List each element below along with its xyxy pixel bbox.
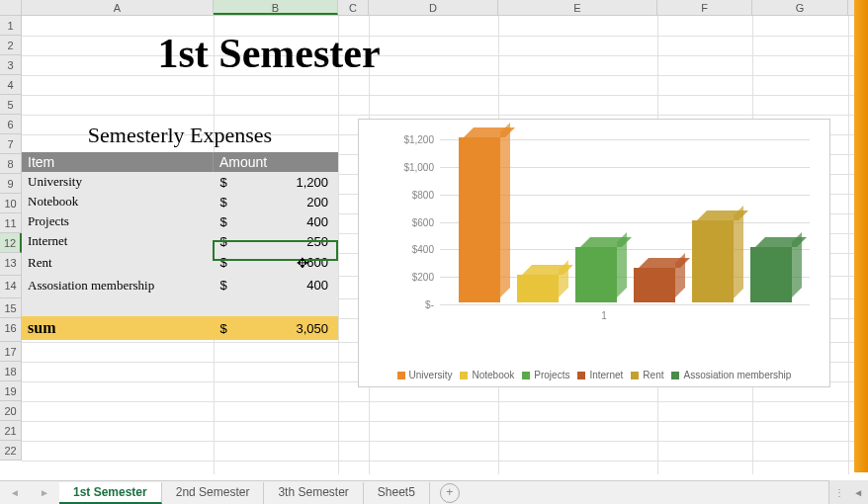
row-header-13[interactable]: 13 [0,253,22,276]
legend-item[interactable]: Assosiation membership [671,370,791,380]
row-header-21[interactable]: 21 [0,421,22,441]
row-header-8[interactable]: 8 [0,154,22,174]
cell-item: Notebook [22,194,214,210]
row-header-14[interactable]: 14 [0,276,22,298]
row-header-16[interactable]: 16 [0,318,22,342]
hscroll-left-icon[interactable]: ◄ [853,487,863,498]
x-axis-label: 1 [389,310,820,321]
col-header-A[interactable]: A [22,0,214,15]
nav-prev-icon[interactable]: ◄ [10,487,20,498]
sum-currency: $ [214,321,233,336]
cell-amount: 200 [233,195,338,210]
table-row[interactable]: University$1,200 [22,172,338,192]
row-header-1[interactable]: 1 [0,16,22,36]
table-row[interactable]: Notebook$200 [22,192,338,211]
sum-amount: 3,050 [233,321,338,336]
bar-rent[interactable] [692,220,734,303]
col-header-E[interactable]: E [498,0,657,15]
cell-amount: 400 [233,214,338,229]
cell-currency: $ [214,214,233,229]
table-row[interactable]: Projects$400 [22,211,338,231]
row-header-17[interactable]: 17 [0,342,22,362]
bar-assosiation-membership[interactable] [750,247,792,302]
sheet-tab[interactable]: 1st Semester [59,482,162,504]
row-header-5[interactable]: 5 [0,95,22,115]
orange-edge [854,0,868,472]
legend-label: Projects [534,370,569,380]
row-header-2[interactable]: 2 [0,36,22,55]
sheet-tab[interactable]: 2nd Semester [162,482,265,504]
col-header-C[interactable]: C [338,0,369,15]
legend-item[interactable]: Rent [631,370,663,380]
y-tick: $- [425,299,434,310]
col-header-F[interactable]: F [657,0,752,15]
chart-legend: UniversityNotebookProjectsInternetRentAs… [369,370,820,380]
sheet-tab[interactable]: 3th Semester [264,482,363,504]
row-header-6[interactable]: 6 [0,115,22,134]
col-header-G[interactable]: G [752,0,848,15]
row-header-3[interactable]: 3 [0,55,22,75]
row-header-9[interactable]: 9 [0,174,22,194]
legend-label: University [409,370,453,380]
table-header: Item Amount [22,152,338,172]
empty-row[interactable] [22,296,338,316]
expense-table: Semesterly Expenses Item Amount Universi… [22,119,338,340]
row-header-19[interactable]: 19 [0,381,22,401]
legend-swatch [577,372,585,379]
row-header-7[interactable]: 7 [0,134,22,154]
add-sheet-button[interactable]: + [440,483,460,503]
row-header-10[interactable]: 10 [0,194,22,213]
row-header-22[interactable]: 22 [0,441,22,461]
header-amount[interactable]: Amount [214,152,338,172]
legend-swatch [397,372,405,379]
cell-item: Projects [22,213,214,229]
row-header-15[interactable]: 15 [0,298,22,318]
y-tick: $1,000 [403,161,434,172]
legend-item[interactable]: Projects [522,370,569,380]
bar-notebook[interactable] [517,275,559,302]
y-tick: $200 [412,272,434,283]
table-row[interactable]: Assosiation membership$400 [22,274,338,296]
y-axis: $-$200$400$600$800$1,000$1,200 [389,129,438,302]
nav-next-icon[interactable]: ► [40,487,49,498]
legend-swatch [631,372,639,379]
sheet-nav-arrows[interactable]: ◄ ► [0,487,59,498]
col-header-D[interactable]: D [369,0,498,15]
bar-projects[interactable] [575,247,617,302]
cell-item: University [22,174,214,190]
cell-currency: $ [214,195,233,210]
y-tick: $800 [412,189,434,200]
row-header-18[interactable]: 18 [0,362,22,381]
row-header-12[interactable]: 12 [0,233,22,253]
row-header-11[interactable]: 11 [0,213,22,233]
y-tick: $400 [412,244,434,255]
col-header-B[interactable]: B [214,0,338,15]
chart-gridline [440,304,810,305]
cell-amount: 1,200 [233,175,338,190]
cell-currency: $ [214,278,233,293]
row-headers: 12345678910111213141516171819202122 [0,16,22,461]
cell-selection[interactable] [213,240,338,261]
y-tick: $1,200 [403,134,434,145]
row-header-20[interactable]: 20 [0,401,22,421]
cell-item: Assosiation membership [22,278,214,294]
y-tick: $600 [412,216,434,227]
table-title: Semesterly Expenses [22,119,338,152]
legend-swatch [671,372,679,379]
bar-internet[interactable] [634,268,675,302]
select-all-corner[interactable] [0,0,22,15]
cell-item: Internet [22,233,214,249]
sum-row[interactable]: sum $ 3,050 [22,316,338,340]
legend-item[interactable]: Internet [577,370,623,380]
chart-bars [450,139,800,302]
bar-university[interactable] [459,137,500,302]
legend-item[interactable]: Notebook [460,370,514,380]
hscroll[interactable]: ⋮ ◄ [828,480,868,504]
header-item[interactable]: Item [22,152,214,172]
legend-item[interactable]: University [397,370,453,380]
sheet-tab[interactable]: Sheet5 [364,482,430,504]
expense-chart[interactable]: $-$200$400$600$800$1,000$1,200 1 Univers… [358,119,830,387]
row-header-4[interactable]: 4 [0,75,22,95]
hscroll-menu-icon[interactable]: ⋮ [834,487,844,498]
column-headers: A B C D E F G [0,0,868,16]
